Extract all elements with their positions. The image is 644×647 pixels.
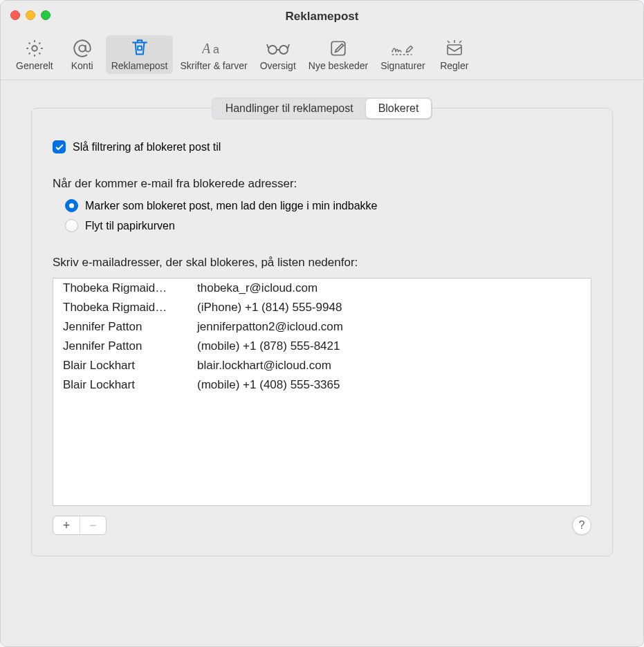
toolbar-label: Nye beskeder xyxy=(309,60,368,71)
compose-icon xyxy=(326,38,351,59)
titlebar: Reklamepost xyxy=(1,1,643,32)
svg-point-0 xyxy=(32,46,37,50)
plus-icon: + xyxy=(63,518,71,533)
blocked-value: (mobile) +1 (408) 555-3365 xyxy=(194,378,581,392)
svg-rect-8 xyxy=(448,45,461,55)
toolbar-label: Regler xyxy=(440,60,468,71)
svg-point-5 xyxy=(268,46,277,54)
add-remove-control: + − xyxy=(53,516,107,535)
when-mail-arrives-label: Når der kommer e-mail fra blokerede adre… xyxy=(53,177,591,191)
toolbar-label: Reklamepost xyxy=(111,60,168,71)
blocked-list-row[interactable]: Thobeka Rigmaid…thobeka_r@icloud.com xyxy=(53,279,591,298)
blocked-list-label: Skriv e-mailadresser, der skal blokeres,… xyxy=(53,256,591,270)
radio-option-trash[interactable]: Flyt til papirkurven xyxy=(65,219,591,232)
window-controls xyxy=(10,10,50,20)
blocked-panel: Handlinger til reklamepost Blokeret Slå … xyxy=(31,108,613,556)
help-icon: ? xyxy=(579,519,585,532)
signature-icon xyxy=(390,38,415,59)
enable-blocked-filter-checkbox[interactable] xyxy=(53,140,66,153)
svg-point-6 xyxy=(279,46,288,54)
blocked-name: Jennifer Patton xyxy=(63,320,194,334)
glasses-icon xyxy=(266,38,291,59)
preferences-window: Reklamepost GenereltKontiReklamepostAaSk… xyxy=(0,0,644,647)
fonts-icon: Aa xyxy=(201,38,226,59)
toolbar-viewing[interactable]: Oversigt xyxy=(255,35,302,74)
zoom-window-button[interactable] xyxy=(41,10,50,20)
toolbar-label: Oversigt xyxy=(260,60,296,71)
tab-blocked[interactable]: Blokeret xyxy=(366,99,432,118)
blocked-list-row[interactable]: Blair Lockhartblair.lockhart@icloud.com xyxy=(53,356,591,375)
svg-point-1 xyxy=(79,45,85,51)
junk-bin-icon xyxy=(127,38,152,59)
toolbar-signatures[interactable]: Signaturer xyxy=(375,35,431,74)
blocked-value: (iPhone) +1 (814) 555-9948 xyxy=(194,301,581,315)
radio-button[interactable] xyxy=(65,199,78,212)
minimize-window-button[interactable] xyxy=(26,10,35,20)
radio-label: Flyt til papirkurven xyxy=(85,220,175,232)
blocked-list-row[interactable]: Jennifer Patton(mobile) +1 (878) 555-842… xyxy=(53,337,591,356)
gear-icon xyxy=(22,38,47,59)
blocked-name: Thobeka Rigmaid… xyxy=(63,301,194,315)
blocked-name: Thobeka Rigmaid… xyxy=(63,281,194,295)
blocked-list-row[interactable]: Thobeka Rigmaid…(iPhone) +1 (814) 555-99… xyxy=(53,298,591,317)
toolbar-rules[interactable]: Regler xyxy=(432,35,477,74)
toolbar-fonts[interactable]: AaSkrifter & farver xyxy=(174,35,252,74)
add-blocked-button[interactable]: + xyxy=(53,516,80,534)
blocked-name: Blair Lockhart xyxy=(63,359,194,373)
blocked-list-row[interactable]: Blair Lockhart(mobile) +1 (408) 555-3365 xyxy=(53,375,591,395)
blocked-list-row[interactable]: Jennifer Pattonjenniferpatton2@icloud.co… xyxy=(53,317,591,337)
enable-blocked-filter-label: Slå filtrering af blokeret post til xyxy=(73,141,221,153)
radio-label: Marker som blokeret post, men lad den li… xyxy=(85,200,377,212)
svg-text:a: a xyxy=(213,44,219,55)
toolbar-label: Konti xyxy=(71,60,93,71)
blocked-name: Jennifer Patton xyxy=(63,339,194,353)
blocked-addresses-list[interactable]: Thobeka Rigmaid…thobeka_r@icloud.comThob… xyxy=(53,278,591,506)
radio-option-mark[interactable]: Marker som blokeret post, men lad den li… xyxy=(65,199,591,212)
radio-button[interactable] xyxy=(65,219,78,232)
blocked-value: (mobile) +1 (878) 555-8421 xyxy=(194,339,581,353)
rules-icon xyxy=(442,38,467,59)
preferences-toolbar: GenereltKontiReklamepostAaSkrifter & far… xyxy=(1,32,643,80)
close-window-button[interactable] xyxy=(10,10,20,20)
toolbar-composing[interactable]: Nye beskeder xyxy=(303,35,374,74)
junk-segmented-control: Handlinger til reklamepost Blokeret xyxy=(212,97,433,120)
toolbar-label: Skrifter & farver xyxy=(180,60,247,71)
blocked-value: jenniferpatton2@icloud.com xyxy=(194,320,581,334)
check-icon xyxy=(55,142,64,152)
blocked-value: blair.lockhart@icloud.com xyxy=(194,359,581,373)
svg-text:A: A xyxy=(202,41,211,56)
toolbar-accounts[interactable]: Konti xyxy=(60,35,104,74)
toolbar-label: Signaturer xyxy=(380,60,425,71)
at-icon xyxy=(70,38,95,59)
toolbar-label: Generelt xyxy=(16,60,53,71)
minus-icon: − xyxy=(89,518,97,533)
blocked-name: Blair Lockhart xyxy=(63,378,194,392)
window-title: Reklamepost xyxy=(10,10,634,24)
toolbar-general[interactable]: Generelt xyxy=(10,35,59,74)
help-button[interactable]: ? xyxy=(572,516,591,535)
tab-junk-behaviors[interactable]: Handlinger til reklamepost xyxy=(213,99,366,118)
remove-blocked-button[interactable]: − xyxy=(80,516,106,534)
toolbar-junk[interactable]: Reklamepost xyxy=(106,35,174,74)
blocked-value: thobeka_r@icloud.com xyxy=(194,281,581,295)
blocked-action-radio-group: Marker som blokeret post, men lad den li… xyxy=(65,199,591,232)
